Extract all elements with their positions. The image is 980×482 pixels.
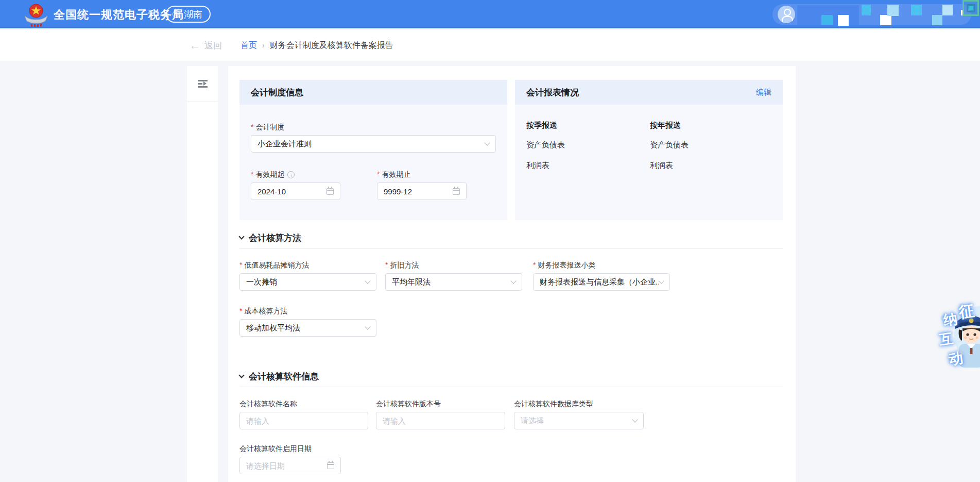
report-subtype-select[interactable]: 财务报表报送与信息采集（小企业...	[533, 273, 670, 291]
software-start-date-field[interactable]	[239, 457, 341, 474]
chevron-down-icon	[365, 278, 370, 284]
calendar-icon[interactable]	[453, 188, 460, 195]
collapsed-sidebar	[187, 66, 218, 482]
required-asterisk: *	[385, 261, 388, 270]
software-version-input[interactable]	[383, 417, 498, 425]
software-version-field[interactable]	[376, 412, 505, 429]
quarterly-report-column: 按季报送 资产负债表 利润表	[526, 121, 565, 181]
field-label: 会计核算软件启用日期	[239, 444, 341, 453]
report-item: 利润表	[526, 161, 565, 171]
info-icon[interactable]	[287, 171, 295, 178]
region-badge[interactable]: 湖南	[166, 6, 211, 23]
field-label: * 低值易耗品摊销方法	[239, 261, 376, 270]
calendar-icon[interactable]	[326, 188, 334, 195]
select-value: 财务报表报送与信息采集（小企业...	[540, 277, 659, 287]
chevron-down-icon	[632, 417, 638, 422]
annual-report-column: 按年报送 资产负债表 利润表	[650, 121, 689, 181]
user-avatar-icon[interactable]	[778, 6, 795, 23]
redacted-user-info-block	[838, 15, 849, 26]
field-label: * 成本核算方法	[239, 307, 376, 315]
valid-from-date-input[interactable]	[251, 182, 340, 200]
divider	[239, 248, 783, 249]
mascot-char: 动	[947, 348, 964, 370]
back-button[interactable]: 返回	[204, 40, 222, 52]
software-start-date-input[interactable]	[246, 461, 323, 470]
top-header-bar: 全国统一规范电子税务局 湖南	[0, 0, 980, 28]
redacted-user-info-block	[932, 15, 942, 25]
field-label: * 有效期起	[251, 170, 340, 179]
amortization-method-select[interactable]: 一次摊销	[239, 273, 376, 291]
report-item: 资产负债表	[526, 140, 565, 150]
software-section-header[interactable]: 会计核算软件信息	[239, 371, 319, 383]
cost-accounting-method-select[interactable]: 移动加权平均法	[239, 319, 376, 337]
required-asterisk: *	[251, 170, 253, 179]
breadcrumb-separator: ›	[262, 41, 265, 49]
accounting-system-card: 会计制度信息 * 会计制度 小企业会计准则 * 有效期起	[239, 80, 507, 220]
field-label: 会计核算软件名称	[239, 400, 368, 408]
report-status-card: 会计报表情况 编辑 按季报送 资产负债表 利润表 按年报送 资产负债表 利润表	[515, 80, 783, 220]
select-value: 平均年限法	[392, 277, 431, 287]
mascot-char: 征	[957, 300, 975, 323]
field-label: * 财务报表报送小类	[533, 261, 670, 270]
corner-app-icon	[962, 0, 979, 16]
redacted-user-info-block	[821, 15, 833, 25]
chevron-down-icon	[510, 278, 516, 284]
required-asterisk: *	[239, 261, 242, 270]
required-asterisk: *	[251, 123, 253, 131]
required-asterisk: *	[377, 170, 380, 179]
card-header: 会计报表情况 编辑	[515, 80, 783, 105]
mascot-char: 互	[938, 329, 955, 349]
chevron-down-icon	[365, 324, 370, 329]
select-value: 一次摊销	[246, 277, 277, 287]
report-item: 资产负债表	[650, 140, 689, 150]
redacted-user-info-block	[880, 15, 891, 25]
redacted-user-info-block	[862, 5, 871, 15]
required-asterisk: *	[239, 307, 242, 315]
mascot-char: 纳	[942, 309, 959, 329]
card-title: 会计报表情况	[526, 87, 579, 98]
divider	[239, 387, 783, 387]
field-label: 会计核算软件数据库类型	[514, 400, 644, 408]
chevron-down-icon	[484, 140, 490, 145]
select-value: 小企业会计准则	[257, 139, 312, 149]
card-body: * 会计制度 小企业会计准则 * 有效期起	[239, 105, 507, 220]
redacted-user-info-block	[911, 5, 922, 15]
card-title: 会计制度信息	[251, 87, 303, 98]
breadcrumb-current-page: 财务会计制度及核算软件备案报告	[270, 40, 393, 51]
required-asterisk: *	[533, 261, 536, 270]
interaction-assistant-mascot[interactable]: 征 纳 互 动	[931, 295, 980, 373]
field-label: * 会计制度	[251, 123, 496, 131]
site-title: 全国统一规范电子税务局	[54, 7, 184, 23]
redacted-user-info-block	[887, 5, 899, 16]
accounting-system-select[interactable]: 小企业会计准则	[251, 135, 496, 153]
calendar-icon[interactable]	[327, 462, 334, 469]
software-name-field[interactable]	[239, 412, 368, 429]
breadcrumb: ← 返回 首页 › 财务会计制度及核算软件备案报告	[0, 30, 980, 61]
column-heading: 按年报送	[650, 121, 689, 130]
section-title: 会计核算方法	[249, 232, 301, 244]
method-section-header[interactable]: 会计核算方法	[239, 232, 301, 244]
region-badge-label: 湖南	[184, 8, 202, 21]
chevron-down-icon	[238, 234, 244, 239]
expand-sidebar-icon[interactable]	[198, 80, 208, 88]
section-title: 会计核算软件信息	[249, 371, 319, 383]
valid-to-date-input[interactable]	[377, 182, 467, 200]
card-body: 按季报送 资产负债表 利润表 按年报送 资产负债表 利润表	[515, 105, 783, 220]
back-arrow-icon[interactable]: ←	[190, 39, 200, 52]
column-heading: 按季报送	[526, 121, 565, 130]
software-database-type-select[interactable]: 请选择	[514, 412, 644, 429]
valid-to-value[interactable]	[384, 187, 449, 196]
breadcrumb-home-link[interactable]: 首页	[240, 40, 257, 51]
field-label: 会计核算软件版本号	[376, 400, 505, 408]
main-content-panel: 会计制度信息 * 会计制度 小企业会计准则 * 有效期起	[228, 66, 796, 482]
tax-bureau-emblem-icon	[23, 3, 49, 27]
depreciation-method-select[interactable]: 平均年限法	[385, 273, 522, 291]
software-name-input[interactable]	[246, 417, 362, 425]
field-label: * 折旧方法	[385, 261, 522, 270]
valid-from-value[interactable]	[257, 187, 322, 196]
chevron-down-icon	[238, 372, 244, 378]
card-header: 会计制度信息	[239, 80, 507, 105]
redacted-user-info-block	[942, 5, 953, 15]
field-label: * 有效期止	[377, 170, 467, 179]
edit-button[interactable]: 编辑	[756, 88, 771, 97]
